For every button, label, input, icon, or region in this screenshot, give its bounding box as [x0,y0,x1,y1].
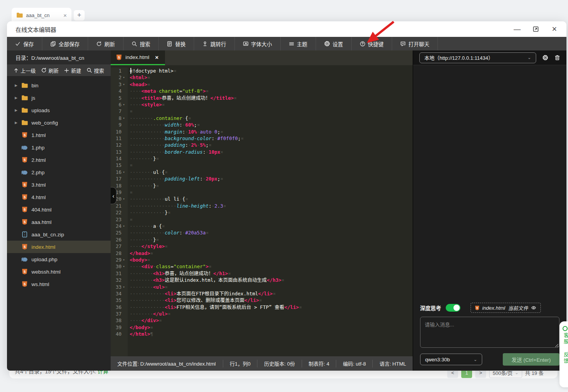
fold-arrow-icon[interactable]: ▾ [122,101,126,108]
tree-action-search[interactable]: 搜索 [87,67,104,74]
code-line-30[interactable]: ····<div·class="container">¤ [130,263,413,270]
code-line-22[interactable]: ············}¤ [130,209,413,216]
sidebar-collapse-handle[interactable]: ‹ [111,187,116,204]
code-line-24[interactable]: ········a·{¤ [130,223,413,229]
feedback-label[interactable]: 反馈 [562,352,568,364]
toolbar-button-save-all[interactable]: 全部保存 [42,37,88,50]
code-line-16[interactable]: ········ul·{¤ [130,169,413,175]
current-file-chip[interactable]: 5 index.html 当前文件 [471,303,541,313]
toolbar-button-search[interactable]: 搜索 [123,37,159,50]
toolbar-button-theme[interactable]: 主题 [281,37,316,50]
code-line-14[interactable]: ········}¤ [130,155,413,162]
fold-arrow-icon[interactable]: ▾ [122,115,126,121]
toolbar-button-shortcuts[interactable]: 快捷键 [352,37,393,50]
tree-action-new[interactable]: 新建 [64,67,81,74]
code-line-39[interactable]: </body>¤ [130,324,413,331]
fold-arrow-icon[interactable]: ▾ [122,284,126,290]
code-line-23[interactable]: ¤ [130,216,413,223]
endpoint-select[interactable]: 本地（http://127.0.0.1:11434） ⌄ [419,52,536,63]
tree-item-upload.php[interactable]: upload.php [7,253,111,265]
tree-item-404.html[interactable]: 5404.html [7,203,111,216]
code-line-19[interactable]: ¤ [130,189,413,196]
file-manager-tab[interactable]: aaa_bt_cn × [12,8,71,23]
fold-arrow-icon[interactable]: ▾ [122,263,126,270]
tree-item-aaa_bt_cn.zip[interactable]: aaa_bt_cn.zip [7,228,111,241]
fold-arrow-icon[interactable]: ▾ [122,81,126,88]
toolbar-button-open-chat[interactable]: 打开聊天 [392,37,438,50]
fold-arrow-icon[interactable]: ▾ [122,169,126,175]
tree-item-web_config[interactable]: ▶web_config [7,116,111,129]
expander-icon[interactable]: ▶ [15,96,21,100]
toolbar-button-font-size[interactable]: 字体大小 [235,37,281,50]
code-line-31[interactable]: ········<h1>恭喜，站点创建成功！</h1>¤ [130,270,413,277]
code-line-7[interactable]: ¤ [130,108,413,114]
tree-item-1.html[interactable]: 51.html [7,129,111,141]
code-line-36[interactable]: ············<li>FTP相关信息，请到“面板系统后台 > FTP”… [130,304,413,310]
code-line-4[interactable]: ····<meta·charset="utf-8">¤ [130,88,413,94]
code-line-10[interactable]: ············margin:·10%·auto·0;¤ [130,128,413,135]
toolbar-button-settings[interactable]: 设置 [316,37,352,50]
code-line-21[interactable]: ················line-height:·2.3¤ [130,203,413,209]
model-select[interactable]: qwen3:30b ⌄ [420,354,482,365]
toolbar-button-refresh[interactable]: 刷新 [88,37,123,50]
gear-icon[interactable] [542,55,548,61]
tree-item-js[interactable]: ▶js [7,92,111,104]
code-line-32[interactable]: ········<h3>这是默认index.html，本页面由系统自动生成</h… [130,277,413,283]
code-line-2[interactable]: <html>¤ [130,74,413,81]
code-line-37[interactable]: ········</ul>¤ [130,310,413,317]
toolbar-button-goto-line[interactable]: 跳转行 [194,37,235,50]
code-line-27[interactable]: ····</style>¤ [130,243,413,250]
fold-arrow-icon[interactable]: ▾ [122,257,126,263]
code-line-15[interactable]: ¤ [130,162,413,168]
code-line-11[interactable]: ············background-color:·#f0f0f0;¤ [130,135,413,142]
code-lines[interactable]: <!doctype·html>¤<html>¤<head>¤····<meta·… [128,68,413,356]
code-line-40[interactable]: </html>¶ [130,331,413,337]
code-line-20[interactable]: ············ul li·{¤ [130,196,413,202]
fold-arrow-icon[interactable]: ▾ [122,74,126,81]
toolbar-button-replace[interactable]: 替换 [159,37,194,50]
code-line-28[interactable]: </head>¤ [130,250,413,257]
code-area[interactable]: 12▾3▾456▾78▾910111213141516▾17181920▾212… [111,65,413,356]
tree-item-2.php[interactable]: 2.php [7,166,111,179]
fold-arrow-icon[interactable]: ▾ [122,196,126,202]
deep-think-toggle[interactable] [446,304,460,312]
eye-icon[interactable] [531,305,537,310]
editor-tab-close-icon[interactable]: × [155,54,159,61]
expander-icon[interactable]: ▶ [15,121,21,125]
close-button[interactable]: × [549,24,559,34]
new-tab-button[interactable]: + [74,10,85,21]
code-line-9[interactable]: ············width:·60%;¤ [130,121,413,128]
tree-item-2.html[interactable]: 52.html [7,154,111,166]
code-line-12[interactable]: ············padding:·2%·5%;¤ [130,142,413,148]
send-button[interactable]: 发送 (Ctrl+Enter) [503,353,559,366]
code-line-29[interactable]: <body>¤ [130,257,413,263]
tree-item-3.html[interactable]: 53.html [7,179,111,191]
tree-item-4.html[interactable]: 54.html [7,191,111,203]
fold-arrow-icon[interactable]: ▾ [122,223,126,229]
code-line-13[interactable]: ············border-radius:·10px¤ [130,149,413,155]
support-float-widget[interactable]: 客服 反馈 [559,321,568,387]
code-line-17[interactable]: ············padding-left:·20px;¤ [130,175,413,182]
tree-item-webssh.html[interactable]: 5webssh.html [7,265,111,278]
code-line-8[interactable]: ········.container·{¤ [130,115,413,121]
code-line-5[interactable]: ····<title>恭喜，站点创建成功！</title>¤ [130,95,413,101]
minimize-button[interactable]: — [512,24,522,34]
tab-close-icon[interactable]: × [63,12,67,19]
code-line-26[interactable]: ········}¤ [130,236,413,243]
tree-item-1.php[interactable]: 1.php [7,141,111,154]
code-line-25[interactable]: ············color:·#20a53a¤ [130,229,413,236]
expander-icon[interactable]: ▶ [15,83,21,87]
maximize-button[interactable] [531,24,541,34]
message-input[interactable] [420,317,559,348]
code-line-34[interactable]: ············<li>本页面在FTP根目录下的index.html</… [130,290,413,297]
support-label[interactable]: 客服 [562,333,568,345]
tree-item-aaa.html[interactable]: 5aaa.html [7,216,111,228]
code-line-35[interactable]: ············<li>您可以修改、删除或覆盖本页面</li>¤ [130,297,413,304]
tree-action-refresh[interactable]: 刷新 [41,67,59,74]
expander-icon[interactable]: ▶ [15,108,21,112]
tree-item-ws.html[interactable]: 5ws.html [7,278,111,290]
tree-item-index.html[interactable]: 5index.html [7,241,111,253]
code-line-1[interactable]: <!doctype·html>¤ [130,68,413,74]
code-line-18[interactable]: ········}¤ [130,182,413,189]
code-line-33[interactable]: ········<ul>¤ [130,284,413,290]
